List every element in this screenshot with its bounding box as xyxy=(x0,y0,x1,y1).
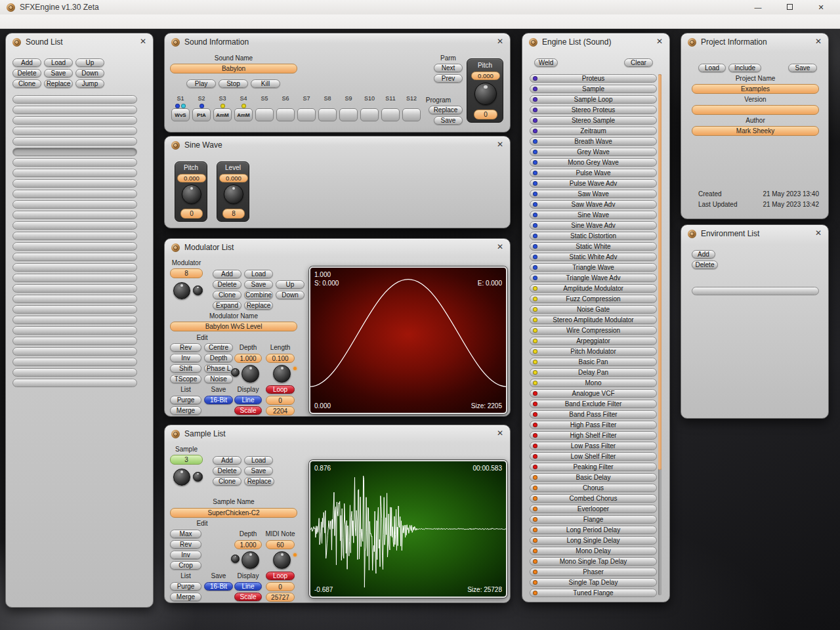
modulator-noise-button[interactable]: Noise xyxy=(204,375,233,383)
environment-delete-button[interactable]: Delete xyxy=(692,261,718,269)
sound-list-item[interactable] xyxy=(12,116,137,125)
sound-up-button[interactable]: Up xyxy=(75,58,104,67)
engine-list-item[interactable]: Static White xyxy=(530,242,657,251)
modulator-depth-button[interactable]: Depth xyxy=(204,354,233,362)
sample-depth-field[interactable]: 1.000 xyxy=(234,540,262,549)
loop-count-field[interactable]: 0 xyxy=(266,396,295,405)
environment-list-item[interactable] xyxy=(692,287,819,295)
modulator-delete-button[interactable]: Delete xyxy=(213,280,242,289)
scale-toggle[interactable]: Scale xyxy=(234,593,262,601)
engine-list-item[interactable]: Saw Wave Adv xyxy=(530,200,657,209)
modulator-load-button[interactable]: Load xyxy=(244,270,273,278)
sound-list-item[interactable] xyxy=(12,316,137,324)
sound-list-item[interactable] xyxy=(12,295,137,303)
engine-list-item[interactable]: Pulse Wave Adv xyxy=(530,179,657,188)
engine-list-item[interactable]: Analogue VCF xyxy=(530,389,657,398)
sine-pitch-reset-button[interactable]: 0 xyxy=(180,209,203,219)
slot-button[interactable] xyxy=(402,108,421,121)
close-icon[interactable]: ✕ xyxy=(815,229,822,237)
close-icon[interactable]: ✕ xyxy=(656,37,663,45)
sound-slot[interactable]: S2 PtA xyxy=(192,95,211,121)
slot-button[interactable] xyxy=(255,108,274,121)
engine-list-item[interactable]: Basic Delay xyxy=(530,473,657,482)
panel-titlebar[interactable]: Project Information xyxy=(681,33,828,51)
stop-button[interactable]: Stop xyxy=(219,79,248,88)
engine-list-item[interactable]: Sample xyxy=(530,85,657,93)
version-field[interactable] xyxy=(692,105,819,115)
sound-save-button[interactable]: Save xyxy=(44,69,73,77)
sample-replace-button[interactable]: Replace xyxy=(244,477,274,486)
project-include-button[interactable]: Include xyxy=(728,64,761,72)
modulator-number-field[interactable]: 8 xyxy=(170,268,203,278)
engine-list-item[interactable]: Band Exclude Filter xyxy=(530,400,657,408)
close-icon[interactable]: ✕ xyxy=(497,37,503,45)
depth-fine-knob[interactable] xyxy=(231,368,240,377)
modulator-combine-button[interactable]: Combine xyxy=(244,291,273,299)
menu-item[interactable] xyxy=(94,20,108,23)
engine-list-item[interactable]: Everlooper xyxy=(530,505,657,513)
modulator-down-button[interactable]: Down xyxy=(276,291,304,299)
menu-item[interactable] xyxy=(42,20,55,23)
engine-list-item[interactable]: High Shelf Filter xyxy=(530,431,657,440)
engine-list-item[interactable]: Tuned Flange xyxy=(530,589,657,597)
sample-name-field[interactable]: SuperChicken-C2 xyxy=(170,508,297,518)
engine-list-item[interactable]: Stereo Amplitude Modulator xyxy=(530,316,657,324)
engine-list-item[interactable]: Chorus xyxy=(530,484,657,492)
line-mode-toggle[interactable]: Line xyxy=(234,396,262,404)
sound-list-item[interactable] xyxy=(12,232,137,240)
engine-list-item[interactable]: Delay Pan xyxy=(530,368,657,377)
engine-list-item[interactable]: Band Pass Filter xyxy=(530,410,657,419)
engine-list-item[interactable]: Sine Wave xyxy=(530,211,657,219)
panel-titlebar[interactable]: Sine Wave xyxy=(165,136,510,154)
sound-slot[interactable]: S8 xyxy=(318,95,337,121)
sound-add-button[interactable]: Add xyxy=(12,58,41,67)
sample-add-button[interactable]: Add xyxy=(213,456,242,465)
sound-list-item[interactable] xyxy=(12,242,137,251)
sound-list-item[interactable] xyxy=(12,127,137,135)
slot-button[interactable] xyxy=(318,108,337,121)
depth-value-field[interactable]: 1.000 xyxy=(234,354,262,363)
engine-list-item[interactable]: Pitch Modulator xyxy=(530,347,657,356)
loop-toggle[interactable]: Loop xyxy=(266,385,295,394)
sample-merge-button[interactable]: Merge xyxy=(170,593,201,601)
sample-depth-fine-knob[interactable] xyxy=(231,555,240,563)
sample-number-field[interactable]: 3 xyxy=(170,455,203,465)
sound-name-field[interactable]: Babylon xyxy=(170,64,297,74)
play-button[interactable]: Play xyxy=(186,79,216,88)
parm-next-button[interactable]: Next xyxy=(434,64,463,72)
sound-down-button[interactable]: Down xyxy=(75,69,104,77)
engine-list-item[interactable]: Wire Compression xyxy=(530,326,657,335)
close-icon[interactable]: ✕ xyxy=(497,243,503,251)
slot-button[interactable] xyxy=(297,108,316,121)
menu-item[interactable] xyxy=(55,20,68,23)
close-icon[interactable]: ✕ xyxy=(140,37,146,45)
menu-item[interactable] xyxy=(29,20,42,23)
sound-slot[interactable]: S11 xyxy=(381,95,400,121)
modulator-save-button[interactable]: Save xyxy=(244,280,273,289)
sound-list-item[interactable] xyxy=(12,337,137,345)
modulator-add-button[interactable]: Add xyxy=(213,270,242,278)
slot-button[interactable] xyxy=(276,108,295,121)
scrollbar-thumb[interactable] xyxy=(658,74,662,470)
modulator-select-knob[interactable] xyxy=(173,282,190,299)
bit-depth-toggle[interactable]: 16-Bit xyxy=(204,582,233,591)
engine-list-item[interactable]: Pulse Wave xyxy=(530,169,657,177)
sound-list-item[interactable] xyxy=(12,284,137,293)
sound-list-item[interactable] xyxy=(12,263,137,272)
engine-list-item[interactable]: Zeitraum xyxy=(530,127,657,135)
engine-list-item[interactable]: Static Distortion xyxy=(530,232,657,240)
engine-list-item[interactable]: Fuzz Compression xyxy=(530,295,657,303)
modulator-replace-button[interactable]: Replace xyxy=(244,301,273,310)
sound-delete-button[interactable]: Delete xyxy=(12,69,41,77)
parm-prev-button[interactable]: Prev xyxy=(434,74,463,83)
sample-fine-knob[interactable] xyxy=(193,472,203,482)
panel-titlebar[interactable]: Sound List xyxy=(6,33,153,51)
sample-purge-button[interactable]: Purge xyxy=(170,582,201,591)
sound-list-item[interactable] xyxy=(12,253,137,261)
sample-clone-button[interactable]: Clone xyxy=(213,477,242,486)
engine-list-item[interactable]: Mono Single Tap Delay xyxy=(530,557,657,566)
window-titlebar[interactable]: SFXEngine v1.30 Zeta — ✕ xyxy=(0,0,840,14)
length-value-field[interactable]: 0.100 xyxy=(266,354,295,363)
sample-waveform-display[interactable]: 0.876 00:00.583 -0.687 Size: 25728 xyxy=(309,460,507,598)
program-save-button[interactable]: Save xyxy=(434,116,463,125)
